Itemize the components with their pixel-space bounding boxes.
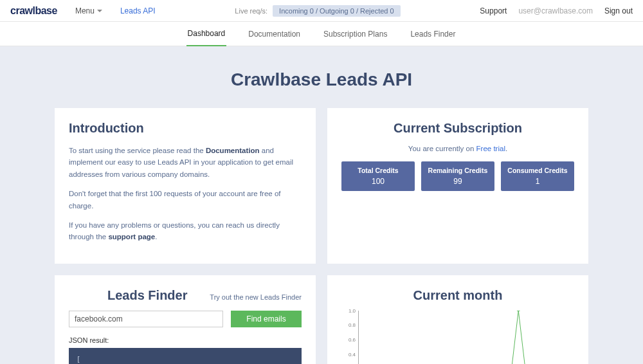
support-page-link[interactable]: support page xyxy=(108,233,155,241)
menu-button[interactable]: Menu xyxy=(75,6,102,15)
chart-y-axis: 1.00.80.60.40.20.0 xyxy=(341,308,356,364)
signout-link[interactable]: Sign out xyxy=(604,6,633,15)
find-emails-button[interactable]: Find emails xyxy=(231,311,302,327)
subscription-status: You are currently on Free trial. xyxy=(341,145,574,152)
menu-label: Menu xyxy=(75,6,95,15)
page-title: Crawlbase Leads API xyxy=(0,69,643,90)
consumed-credits-box: Consumed Credits 1 xyxy=(501,161,574,191)
remaining-credits-label: Remaining Credits xyxy=(424,167,492,174)
json-result-label: JSON result: xyxy=(69,336,302,344)
svg-point-18 xyxy=(517,311,520,311)
tab-documentation[interactable]: Documentation xyxy=(247,23,302,46)
domain-input[interactable] xyxy=(69,311,223,327)
documentation-link[interactable]: Documentation xyxy=(206,147,260,154)
remaining-credits-value: 99 xyxy=(424,177,492,186)
subscription-heading: Current Subscription xyxy=(341,121,574,136)
topbar: crawlbase Menu Leads API Live req/s: Inc… xyxy=(0,0,643,22)
intro-paragraph-2: Don't forget that the first 100 requests… xyxy=(69,188,302,212)
chart-svg xyxy=(359,311,572,364)
leads-finder-card: Leads Finder Try out the new Leads Finde… xyxy=(55,275,316,364)
live-reqs-label: Live req/s: xyxy=(235,7,267,15)
chart-plot xyxy=(358,311,572,364)
product-link[interactable]: Leads API xyxy=(120,6,156,15)
chart-area: 1.00.80.60.40.20.0 01 May02 May03 May04 … xyxy=(341,308,574,364)
chevron-down-icon xyxy=(97,10,102,12)
tab-subscription-plans[interactable]: Subscription Plans xyxy=(322,23,388,46)
plan-link[interactable]: Free trial xyxy=(476,145,505,152)
total-credits-label: Total Credits xyxy=(344,167,412,174)
subnav: Dashboard Documentation Subscription Pla… xyxy=(0,22,643,46)
support-link[interactable]: Support xyxy=(480,6,507,15)
subscription-card: Current Subscription You are currently o… xyxy=(327,108,588,264)
total-credits-value: 100 xyxy=(344,177,412,186)
user-email: user@crawlbase.com xyxy=(518,6,593,15)
consumed-credits-value: 1 xyxy=(503,177,572,186)
live-reqs-badge: Incoming 0 / Outgoing 0 / Rejected 0 xyxy=(273,5,401,17)
total-credits-box: Total Credits 100 xyxy=(341,161,415,191)
leads-finder-heading: Leads Finder xyxy=(107,288,187,303)
remaining-credits-box: Remaining Credits 99 xyxy=(421,161,494,191)
intro-paragraph-3: If you have any problems or questions, y… xyxy=(69,219,302,243)
tab-dashboard[interactable]: Dashboard xyxy=(186,22,227,46)
leads-finder-try-text: Try out the new Leads Finder xyxy=(210,293,302,301)
chart-heading: Current month xyxy=(341,288,574,303)
introduction-card: Introduction To start using the service … xyxy=(55,108,316,264)
tab-leads-finder[interactable]: Leads Finder xyxy=(409,23,457,46)
consumed-credits-label: Consumed Credits xyxy=(503,167,572,174)
logo[interactable]: crawlbase xyxy=(10,5,57,17)
json-result-box: [ { "first_name": "Vandana", "last_name"… xyxy=(69,348,302,364)
intro-paragraph-1: To start using the service please read t… xyxy=(69,145,302,180)
intro-heading: Introduction xyxy=(69,121,302,136)
current-month-card: Current month 1.00.80.60.40.20.0 01 May0… xyxy=(327,275,588,364)
